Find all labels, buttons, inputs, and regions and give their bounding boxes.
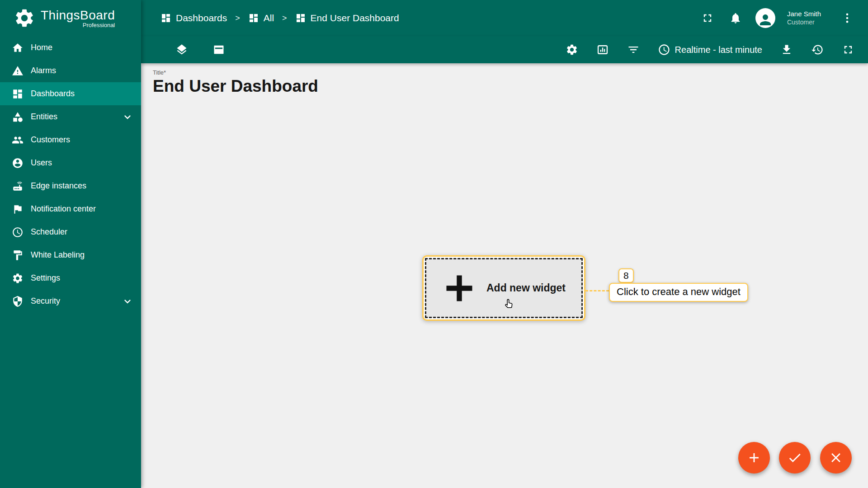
sidebar-item-label: Entities: [31, 112, 57, 122]
manage-states-button[interactable]: [211, 42, 227, 58]
tour-tooltip-text: Click to create a new widget: [617, 286, 741, 297]
fab-apply-changes-button[interactable]: [779, 442, 811, 474]
sidebar-item-label: Settings: [31, 273, 60, 283]
sidebar-item-entities[interactable]: Entities: [0, 105, 141, 128]
timewindow-label: Realtime - last minute: [675, 45, 762, 55]
history-icon: [811, 43, 824, 56]
kebab-icon: [841, 12, 854, 24]
dashboard-toolbar: Realtime - last minute: [141, 36, 868, 63]
sidebar-item-label: Alarms: [31, 66, 56, 75]
home-icon: [12, 42, 24, 54]
sidebar-item-settings[interactable]: Settings: [0, 267, 141, 290]
sidebar-item-customers[interactable]: Customers: [0, 128, 141, 151]
add-widget-label: Add new widget: [486, 282, 566, 294]
app-logo[interactable]: ThingsBoard Professional: [0, 0, 141, 36]
sidebar-item-label: Edge instances: [31, 181, 86, 191]
user-menu[interactable]: Jane Smith Customer: [787, 10, 821, 26]
paint-icon: [12, 249, 24, 261]
sidebar-item-label: Scheduler: [31, 227, 67, 237]
sidebar-item-edge-instances[interactable]: Edge instances: [0, 174, 141, 197]
dashboard-title-block: Title*: [153, 69, 524, 96]
entities-icon: [12, 111, 24, 123]
sidebar-item-home[interactable]: Home: [0, 36, 141, 59]
breadcrumb-separator: >: [282, 14, 287, 23]
sidebar: ThingsBoard Professional Home Alarms Das…: [0, 0, 141, 488]
entity-aliases-button[interactable]: [594, 42, 611, 58]
sidebar-item-scheduler[interactable]: Scheduler: [0, 221, 141, 244]
customers-icon: [12, 134, 24, 146]
breadcrumb-label: Dashboards: [176, 13, 227, 23]
breadcrumb-item-end-user-dashboard[interactable]: End User Dashboard: [295, 13, 399, 23]
sidebar-item-label: Notification center: [31, 204, 96, 214]
tour-tooltip: Click to create a new widget: [609, 283, 748, 302]
app-edition: Professional: [83, 22, 115, 28]
layers-icon: [175, 43, 188, 56]
chevron-down-icon: [121, 111, 134, 123]
more-options-button[interactable]: [839, 10, 855, 26]
gear-icon: [566, 43, 578, 56]
fab-add-widget-button[interactable]: [738, 442, 770, 474]
sidebar-item-label: Home: [31, 43, 52, 52]
gear-icon: [12, 272, 24, 284]
sidebar-item-label: Dashboards: [31, 89, 75, 99]
thingsboard-logo-icon: [14, 7, 35, 29]
fullscreen-icon: [842, 43, 854, 56]
breadcrumb-item-dashboards[interactable]: Dashboards: [160, 13, 227, 23]
manage-layouts-button[interactable]: [174, 42, 190, 58]
user-avatar[interactable]: [755, 8, 775, 28]
dashboard-content: Title* Add new widget 8 Click to create …: [141, 63, 868, 488]
filters-button[interactable]: [625, 42, 642, 58]
check-icon: [787, 450, 802, 465]
sidebar-item-dashboards[interactable]: Dashboards: [0, 82, 141, 105]
breadcrumb-separator: >: [235, 14, 240, 23]
sidebar-nav: Home Alarms Dashboards Entities Customer…: [0, 36, 141, 313]
bell-icon: [729, 12, 742, 24]
user-name: Jane Smith: [787, 10, 821, 19]
dashboards-icon: [295, 13, 306, 23]
user-role: Customer: [787, 19, 821, 27]
timewindow-button[interactable]: Realtime - last minute: [656, 42, 764, 58]
sidebar-item-security[interactable]: Security: [0, 290, 141, 313]
app-root: ThingsBoard Professional Home Alarms Das…: [0, 0, 868, 488]
clock-icon: [12, 226, 24, 238]
flag-icon: [12, 203, 24, 215]
sidebar-item-label: White Labeling: [31, 250, 85, 260]
version-history-button[interactable]: [809, 42, 826, 58]
sidebar-item-notification-center[interactable]: Notification center: [0, 197, 141, 221]
tour-step-badge: 8: [618, 268, 634, 283]
plus-icon: [746, 450, 762, 465]
tour-highlight: Add new widget: [422, 255, 585, 321]
tour-connector-line: [585, 290, 609, 291]
sidebar-item-alarms[interactable]: Alarms: [0, 59, 141, 82]
sidebar-item-users[interactable]: Users: [0, 151, 141, 174]
clock-icon: [658, 43, 670, 56]
dashboard-settings-button[interactable]: [564, 42, 580, 58]
person-icon: [757, 12, 774, 28]
sidebar-item-label: Customers: [31, 135, 70, 145]
breadcrumb: Dashboards > All > End User Dashboard: [160, 13, 399, 23]
notifications-button[interactable]: [727, 10, 744, 26]
sidebar-item-white-labeling[interactable]: White Labeling: [0, 244, 141, 267]
warning-icon: [12, 65, 24, 77]
toolbar-actions: Realtime - last minute: [564, 42, 856, 58]
fab-discard-changes-button[interactable]: [820, 442, 852, 474]
edge-instances-icon: [12, 180, 24, 192]
sidebar-item-label: Users: [31, 158, 52, 168]
header-actions: Jane Smith Customer: [699, 8, 855, 28]
app-name: ThingsBoard: [41, 8, 115, 23]
title-field-label: Title*: [153, 69, 524, 76]
plus-icon: [442, 271, 476, 305]
breadcrumb-item-all[interactable]: All: [248, 13, 274, 23]
close-icon: [828, 450, 844, 465]
dashboards-icon: [248, 13, 259, 23]
export-dashboard-button[interactable]: [778, 42, 795, 58]
cursor-hand-icon: [503, 298, 515, 310]
dashboard-title-input[interactable]: [153, 76, 524, 96]
device-chart-icon: [596, 43, 609, 56]
logo-text: ThingsBoard Professional: [41, 8, 115, 28]
download-icon: [780, 43, 793, 56]
sidebar-item-label: Security: [31, 296, 60, 306]
toolbar-fullscreen-button[interactable]: [840, 42, 856, 58]
fullscreen-button[interactable]: [699, 10, 716, 26]
shield-icon: [12, 296, 24, 307]
